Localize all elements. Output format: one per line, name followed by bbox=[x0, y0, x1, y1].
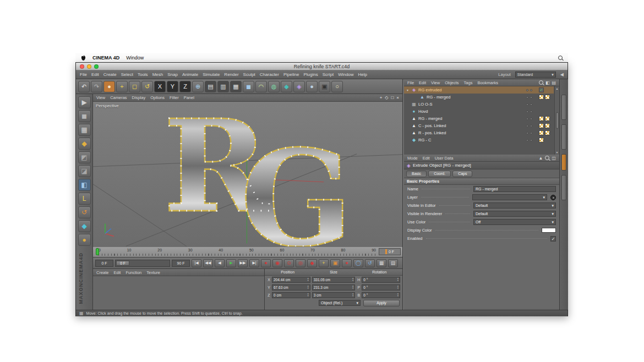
object-row[interactable]: ▦ LO O-S bbox=[404, 101, 554, 108]
add-mograph-icon[interactable]: ◆ bbox=[281, 81, 292, 92]
app-menu-item[interactable]: Render bbox=[224, 72, 238, 77]
render-settings-icon[interactable]: ▦ bbox=[230, 81, 242, 92]
name-input[interactable]: RG - merged bbox=[473, 186, 556, 192]
app-menu-item[interactable]: Tools bbox=[138, 72, 148, 77]
object-search-icon[interactable] bbox=[539, 80, 543, 85]
material-menu-item[interactable]: Create bbox=[96, 270, 109, 275]
size-x-field[interactable]: 331.05 cm▴▾ bbox=[312, 277, 356, 283]
section-header[interactable]: Basic Properties bbox=[404, 178, 559, 185]
attribute-search-icon[interactable] bbox=[545, 156, 549, 160]
convert-selection-icon[interactable]: ▶ bbox=[78, 96, 91, 108]
workplane-lock-icon[interactable]: ● bbox=[78, 234, 91, 246]
object-name[interactable]: RG - merged bbox=[418, 116, 525, 121]
layout-tab[interactable] bbox=[561, 124, 566, 150]
object-filter-icon[interactable]: ◧ bbox=[545, 80, 550, 85]
zoom-view-icon[interactable]: ◇ bbox=[385, 95, 388, 100]
record-position-button[interactable]: ⊙ bbox=[284, 259, 294, 267]
add-spline-icon[interactable]: ◠ bbox=[255, 81, 267, 92]
position-x-field[interactable]: 204.44 cm▴▾ bbox=[272, 277, 310, 283]
object-panel-icon[interactable]: ▤ bbox=[552, 80, 556, 85]
camera-label[interactable]: Perspective bbox=[96, 103, 119, 108]
object-name[interactable]: R - pos. Linked bbox=[418, 130, 525, 135]
apply-button[interactable]: Apply bbox=[363, 300, 400, 306]
viewport-menu-item[interactable]: Cameras bbox=[110, 95, 127, 100]
lock-x-icon[interactable]: X bbox=[154, 81, 166, 92]
timeline-playhead[interactable] bbox=[96, 248, 99, 255]
lock-y-icon[interactable]: Y bbox=[167, 81, 178, 92]
workplane-icon[interactable]: ◆ bbox=[78, 138, 91, 150]
live-selection-icon[interactable]: ● bbox=[103, 81, 115, 92]
layout-tab-active[interactable] bbox=[561, 154, 566, 171]
material-menu-item[interactable]: Function bbox=[125, 270, 141, 275]
next-frame-button[interactable]: ▶▶ bbox=[238, 259, 248, 267]
object-row[interactable]: ● Hovd bbox=[404, 108, 554, 115]
layout-tab[interactable] bbox=[561, 175, 566, 200]
visibility-dots[interactable] bbox=[526, 103, 537, 106]
app-menu-item[interactable]: Select bbox=[121, 72, 133, 77]
film-icon[interactable]: ▤ bbox=[388, 259, 398, 267]
app-menu-item[interactable]: Mesh bbox=[152, 72, 163, 77]
redo-icon[interactable]: ↷ bbox=[91, 81, 102, 92]
viewport-menu-item[interactable]: View bbox=[96, 95, 105, 100]
frame-range-slider[interactable]: 0 F bbox=[115, 260, 170, 267]
pla-record-icon[interactable]: ● bbox=[342, 259, 352, 267]
app-menu-item[interactable]: File bbox=[80, 72, 87, 77]
rotate-tool-icon[interactable]: ↺ bbox=[141, 81, 153, 92]
app-menu-item[interactable]: Help bbox=[358, 72, 367, 77]
snap-icon[interactable]: ◆ bbox=[78, 220, 91, 232]
motion-system-icon[interactable]: ◯ bbox=[353, 259, 363, 267]
zoom-window-icon[interactable] bbox=[94, 64, 99, 69]
menubar-item-window[interactable]: Window bbox=[126, 55, 144, 61]
record-rotation-button[interactable]: ◆ bbox=[307, 259, 317, 267]
minimize-window-icon[interactable] bbox=[87, 64, 91, 69]
display-color-swatch[interactable] bbox=[542, 228, 556, 233]
object-row[interactable]: ▾ ◈ RG extruded bbox=[404, 86, 554, 94]
tag-icon[interactable] bbox=[539, 87, 544, 92]
viewport-canvas[interactable]: Perspective bbox=[93, 102, 402, 246]
object-name[interactable]: C - pos. Linked bbox=[418, 123, 525, 128]
current-frame-field[interactable]: 0 F bbox=[95, 260, 113, 267]
visibility-dots[interactable] bbox=[526, 96, 537, 98]
object-name[interactable]: Hovd bbox=[418, 109, 525, 114]
goto-start-button[interactable]: |◀ bbox=[192, 259, 201, 267]
pan-view-icon[interactable]: + bbox=[380, 95, 383, 100]
position-y-field[interactable]: 67.63 cm▴▾ bbox=[272, 284, 310, 290]
points-mode-icon[interactable]: ◩ bbox=[78, 151, 91, 163]
object-row[interactable]: ▲ C - pos. Linked bbox=[404, 122, 554, 129]
prev-key-button[interactable]: ◀◀ bbox=[203, 259, 213, 267]
attribute-menu-item[interactable]: Mode bbox=[407, 156, 418, 161]
render-picture-viewer-icon[interactable]: ▥ bbox=[217, 81, 229, 92]
layout-tab[interactable] bbox=[561, 95, 566, 120]
object-row[interactable]: ◆ RG - C bbox=[404, 136, 554, 144]
position-z-field[interactable]: 0 cm▴▾ bbox=[272, 292, 310, 298]
lock-z-icon[interactable]: Z bbox=[179, 81, 191, 92]
attribute-tab[interactable]: Coord. bbox=[428, 171, 451, 177]
app-menu-item[interactable]: Window bbox=[338, 72, 353, 77]
record-keyframe-button[interactable]: ● bbox=[261, 259, 271, 267]
play-button[interactable]: ▶ bbox=[226, 259, 236, 267]
menubar-app-name[interactable]: CINEMA 4D bbox=[92, 55, 119, 61]
material-menu-item[interactable]: Texture bbox=[146, 270, 160, 275]
visibility-dots[interactable] bbox=[526, 125, 537, 127]
add-light-icon[interactable]: ○ bbox=[331, 81, 343, 92]
lock-icon[interactable]: ◫ bbox=[552, 156, 556, 161]
object-menu-item[interactable]: View bbox=[431, 80, 440, 85]
visible-renderer-select[interactable]: Default▾ bbox=[473, 211, 556, 217]
rotate-view-icon[interactable]: □ bbox=[391, 95, 394, 100]
object-menu-item[interactable]: Edit bbox=[419, 80, 426, 85]
visible-editor-select[interactable]: Default▾ bbox=[473, 202, 556, 209]
attribute-tab[interactable]: Basic bbox=[406, 171, 427, 177]
polygons-mode-icon[interactable]: ◧ bbox=[78, 179, 91, 191]
visibility-dots[interactable] bbox=[526, 111, 537, 113]
solo-animation-icon[interactable]: ↺ bbox=[365, 259, 375, 267]
viewport-menu-item[interactable]: Display bbox=[132, 95, 146, 100]
add-cube-icon[interactable]: ◼ bbox=[243, 81, 254, 92]
window-titlebar[interactable]: Refining knife START.c4d bbox=[76, 63, 567, 70]
visibility-dots[interactable] bbox=[526, 89, 537, 91]
prev-frame-button[interactable]: ◀ bbox=[215, 259, 225, 267]
tag-icon[interactable] bbox=[545, 123, 550, 128]
tag-icon[interactable] bbox=[545, 95, 550, 100]
object-menu-item[interactable]: File bbox=[407, 80, 414, 85]
app-menu-item[interactable]: Character bbox=[260, 72, 279, 77]
rotation-b-field[interactable]: 0 °▴▾ bbox=[362, 292, 400, 298]
